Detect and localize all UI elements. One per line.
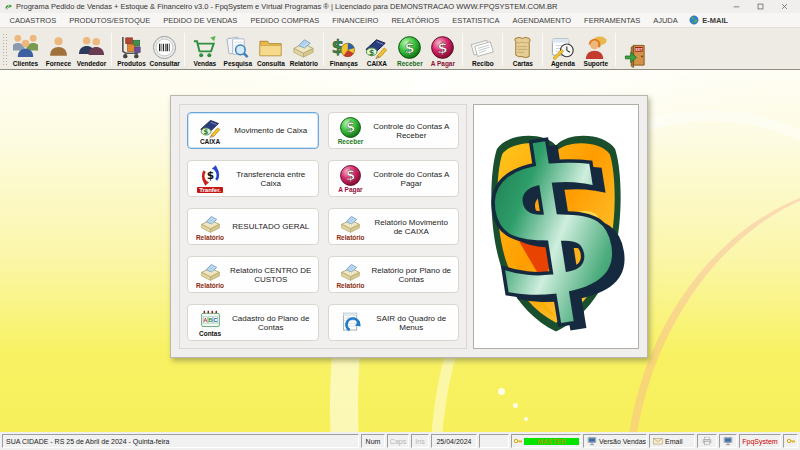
letters-scroll-icon xyxy=(510,35,535,60)
toolbar-button-a-pagar[interactable]: A Pagar xyxy=(426,30,459,69)
toolbar-button-pesquisa[interactable]: Pesquisa xyxy=(221,30,254,69)
menu-item-pedido-compras[interactable]: PEDIDO COMPRAS xyxy=(244,16,326,25)
toolbar-separator xyxy=(184,33,185,66)
menu-item-email[interactable]: E-MAIL xyxy=(684,15,733,25)
status-empty xyxy=(479,434,509,448)
toolbar-button-caixa[interactable]: CAIXA xyxy=(360,30,393,69)
button-contas-a-pagar[interactable]: A Pagar Controle do Contas A Pagar xyxy=(328,160,460,197)
receivable-sphere-icon xyxy=(339,116,362,139)
key-icon xyxy=(513,436,523,446)
toolbar-grip[interactable] xyxy=(2,33,7,66)
toolbar: Clientes Fornece Vendedor Produtos Consu… xyxy=(0,28,800,70)
key-icon xyxy=(786,436,796,446)
folder-icon xyxy=(258,35,283,60)
sales-cart-icon xyxy=(192,35,217,60)
printer-icon xyxy=(702,436,712,446)
payable-sphere-icon xyxy=(339,164,362,187)
support-headset-icon xyxy=(583,35,608,60)
button-relatorio-plano-de-contas[interactable]: Relatório Relatório por Plano de Contas xyxy=(328,256,460,293)
status-network[interactable] xyxy=(719,434,737,448)
toolbar-button-vendas[interactable]: Vendas xyxy=(188,30,221,69)
toolbar-button-fornece[interactable]: Fornece xyxy=(42,30,75,69)
toolbar-button-vendedor[interactable]: Vendedor xyxy=(75,30,108,69)
status-caps-lock: Caps xyxy=(387,434,409,448)
toolbar-separator xyxy=(323,33,324,66)
menu-panel-buttons: CAIXA Movimento de Caixa Receber Control… xyxy=(179,104,467,349)
toolbar-button-exit[interactable] xyxy=(619,30,652,69)
toolbar-button-consultar[interactable]: Consultar xyxy=(148,30,181,69)
status-access-level: MASTER xyxy=(511,434,581,448)
report-printer-icon xyxy=(199,212,222,235)
menu-panel: CAIXA Movimento de Caixa Receber Control… xyxy=(170,95,648,358)
window-title: Programa Pedido de Vendas + Estoque & Fi… xyxy=(16,2,558,11)
status-insert: Ins xyxy=(411,434,429,448)
svg-text:$: $ xyxy=(481,111,631,343)
maximize-button[interactable] xyxy=(748,1,772,13)
button-relatorio-centro-de-custos[interactable]: Relatório Relatório CENTRO DE CUSTOS xyxy=(187,256,319,293)
toolbar-button-receber[interactable]: Receber xyxy=(393,30,426,69)
salesperson-pair-icon xyxy=(79,35,104,60)
abc-plan-icon xyxy=(199,308,222,331)
close-button[interactable] xyxy=(772,1,796,13)
toolbar-button-financas[interactable]: Finanças xyxy=(327,30,360,69)
search-documents-icon xyxy=(225,35,250,60)
payable-sphere-icon xyxy=(430,35,455,60)
main-area: CAIXA Movimento de Caixa Receber Control… xyxy=(0,70,800,432)
status-key xyxy=(783,434,798,448)
status-date: 25/04/2024 xyxy=(431,434,477,448)
status-printer[interactable] xyxy=(697,434,717,448)
menu-item-ferramentas[interactable]: FERRAMENTAS xyxy=(578,16,647,25)
button-relatorio-movimento-caixa[interactable]: Relatório Relatório Movimento de CAIXA xyxy=(328,208,460,245)
globe-icon xyxy=(689,15,699,25)
report-printer-icon xyxy=(291,35,316,60)
toolbar-button-produtos[interactable]: Produtos xyxy=(115,30,148,69)
menu-item-cadastros[interactable]: CADASTROS xyxy=(3,16,63,25)
toolbar-button-clientes[interactable]: Clientes xyxy=(9,30,42,69)
button-transferencia-entre-caixa[interactable]: Tranfer. Transferencia entre Caixa xyxy=(187,160,319,197)
exit-spreadsheet-icon xyxy=(339,311,362,334)
receivable-sphere-icon xyxy=(397,35,422,60)
dollar-shield-graphic: $ $ xyxy=(481,111,631,343)
toolbar-button-suporte[interactable]: Suporte xyxy=(579,30,612,69)
button-sair-quadro-menus[interactable]: SAIR do Quadro de Menus xyxy=(328,304,460,341)
cashbook-icon xyxy=(364,35,389,60)
report-printer-icon xyxy=(339,260,362,283)
envelope-icon xyxy=(653,436,663,446)
toolbar-button-consulta[interactable]: Consulta xyxy=(254,30,287,69)
agenda-calendar-icon xyxy=(550,35,575,60)
menu-item-financeiro[interactable]: FINANCEIRO xyxy=(326,16,385,25)
menu-item-estatistica[interactable]: ESTATISTICA xyxy=(446,16,506,25)
status-brand: FpqSystem xyxy=(739,434,781,448)
finance-pie-icon xyxy=(331,35,356,60)
status-email[interactable]: Email xyxy=(649,434,695,448)
transfer-arrows-icon xyxy=(199,164,222,187)
toolbar-button-relatorio[interactable]: Relatório xyxy=(287,30,320,69)
access-level-badge: MASTER xyxy=(524,438,579,445)
products-handtruck-icon xyxy=(119,35,144,60)
menu-item-relatorios[interactable]: RELATÓRIOS xyxy=(385,16,446,25)
report-printer-icon xyxy=(339,212,362,235)
button-resultado-geral[interactable]: Relatório RESULTADO GERAL xyxy=(187,208,319,245)
app-window: Programa Pedido de Vendas + Estoque & Fi… xyxy=(0,0,800,450)
exit-door-icon xyxy=(623,43,648,68)
barcode-circle-icon xyxy=(152,35,177,60)
menu-item-pedido-de-vendas[interactable]: PEDIDO DE VENDAS xyxy=(157,16,244,25)
dollar-shield-image: $ $ xyxy=(473,104,639,349)
status-bar: SUA CIDADE - RS 25 de Abril de 2024 - Qu… xyxy=(0,432,800,450)
toolbar-button-recibo[interactable]: Recibo xyxy=(466,30,499,69)
toolbar-separator xyxy=(111,33,112,66)
menu-item-produtos-estoque[interactable]: PRODUTOS/ESTOQUE xyxy=(63,16,157,25)
toolbar-button-cartas[interactable]: Cartas xyxy=(506,30,539,69)
background-dot xyxy=(524,417,528,421)
menu-item-ajuda[interactable]: AJUDA xyxy=(647,16,685,25)
toolbar-separator xyxy=(462,33,463,66)
toolbar-separator xyxy=(542,33,543,66)
toolbar-button-agenda[interactable]: Agenda xyxy=(546,30,579,69)
menu-item-agendamento[interactable]: AGENDAMENTO xyxy=(506,16,578,25)
button-cadastro-plano-de-contas[interactable]: Contas Cadastro do Plano de Contas xyxy=(187,304,319,341)
button-contas-a-receber[interactable]: Receber Controle do Contas A Receber xyxy=(328,112,460,149)
minimize-button[interactable] xyxy=(724,1,748,13)
button-movimento-de-caixa[interactable]: CAIXA Movimento de Caixa xyxy=(187,112,319,149)
status-version: Versão Vendas 3.0 xyxy=(583,434,647,448)
status-location-date: SUA CIDADE - RS 25 de Abril de 2024 - Qu… xyxy=(2,434,359,448)
